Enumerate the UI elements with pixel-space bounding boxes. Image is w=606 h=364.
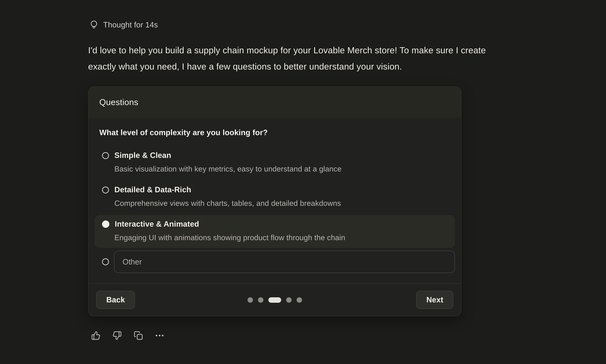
other-option-input[interactable]: [114, 251, 455, 273]
message-line-1: I'd love to help you build a supply chai…: [88, 42, 606, 58]
thumbs-up-icon: [91, 336, 101, 341]
pagination-dot: [286, 297, 292, 302]
options-list: Simple & Clean Basic visualization with …: [95, 146, 455, 273]
chat-message-view: Thought for 14s I'd love to help you bui…: [0, 0, 606, 364]
assistant-message-text: I'd love to help you build a supply chai…: [88, 42, 606, 75]
thought-label: Thought for 14s: [103, 20, 158, 29]
option-description: Comprehensive views with charts, tables,…: [114, 198, 448, 208]
questions-card-footer: Back Next: [89, 284, 461, 316]
question-text: What level of complexity are you looking…: [99, 128, 450, 137]
pagination-dot: [258, 297, 263, 302]
copy-icon: [134, 336, 143, 341]
next-button[interactable]: Next: [417, 291, 454, 309]
thumbs-down-icon: [112, 336, 122, 341]
option-other[interactable]: [95, 251, 455, 273]
radio-unselected-icon[interactable]: [102, 152, 109, 159]
radio-selected-icon[interactable]: [102, 221, 109, 228]
option-detailed-data-rich[interactable]: Detailed & Data-Rich Comprehensive views…: [95, 181, 455, 213]
radio-unselected-icon[interactable]: [102, 186, 109, 193]
option-label: Simple & Clean: [114, 151, 171, 160]
pagination-dot-active: [269, 297, 281, 302]
pagination-dot: [248, 297, 253, 302]
lightbulb-icon: [90, 20, 98, 29]
thumbs-down-button[interactable]: [112, 331, 122, 340]
option-description: Engaging UI with animations showing prod…: [114, 233, 448, 242]
copy-button[interactable]: [134, 331, 143, 340]
questions-card-header: Questions: [89, 87, 461, 118]
option-description: Basic visualization with key metrics, ea…: [114, 164, 448, 173]
back-button[interactable]: Back: [96, 291, 135, 309]
option-interactive-animated[interactable]: Interactive & Animated Engaging UI with …: [95, 215, 455, 248]
option-label: Interactive & Animated: [115, 220, 199, 229]
thought-summary-toggle[interactable]: Thought for 14s: [90, 20, 606, 29]
questions-card: Questions What level of complexity are y…: [88, 87, 461, 316]
option-simple-clean[interactable]: Simple & Clean Basic visualization with …: [95, 146, 455, 179]
message-actions: [91, 331, 606, 340]
option-label: Detailed & Data-Rich: [114, 185, 191, 194]
card-title: Questions: [99, 97, 138, 107]
more-options-button[interactable]: [155, 331, 164, 340]
pagination-dot: [296, 297, 302, 302]
thumbs-up-button[interactable]: [91, 331, 101, 340]
questions-card-body: What level of complexity are you looking…: [89, 118, 461, 284]
ellipsis-icon: [155, 336, 164, 341]
pagination-dots: [248, 297, 302, 302]
message-line-2: exactly what you need, I have a few ques…: [88, 58, 606, 75]
radio-unselected-icon[interactable]: [102, 258, 109, 265]
